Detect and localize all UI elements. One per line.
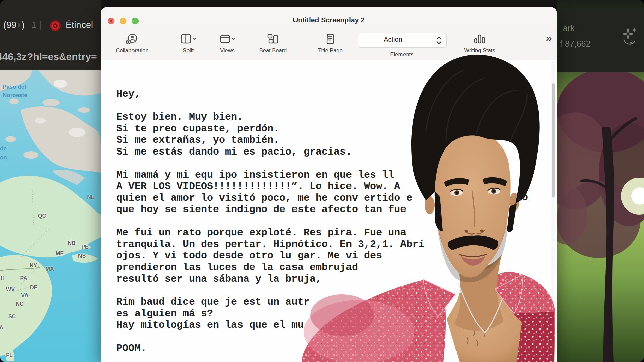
person-photo (302, 47, 557, 362)
photo-title-fragment: ark (563, 23, 575, 33)
photo-info-panel: ark f 87,662 (557, 9, 644, 72)
map-region-label: H (1, 275, 5, 281)
writing-stats-icon (472, 33, 487, 46)
map-label-fragment-on: on (0, 154, 7, 161)
separator: | (39, 19, 41, 30)
google-map[interactable]: Paso del Noroeste de on NLQCNBPEMENSNYMA… (0, 70, 101, 362)
map-region-label: NL (87, 194, 94, 200)
map-region-label: PE (81, 244, 88, 250)
screenplay-text-fragment: to (516, 192, 528, 203)
map-region-label: ME (56, 251, 64, 257)
toolbar-collaboration-button[interactable]: Collaboration (113, 33, 151, 54)
map-label-fragment-de: de (0, 145, 7, 152)
photo-count-fragment: f 87,662 (560, 39, 590, 49)
stepper-chevrons-icon[interactable] (436, 35, 442, 45)
url-fragment[interactable]: 446,3z?hl=es&entry= (0, 51, 101, 62)
map-region-label: DE (30, 285, 37, 291)
toolbar-split-button[interactable]: Split (177, 33, 200, 54)
beat-board-icon (266, 33, 280, 46)
map-region-label: MA (46, 266, 54, 272)
title-page-icon (323, 33, 338, 46)
effects-sparkle-icon[interactable] (619, 26, 639, 50)
video-frame: (99+) 1 | Étincel 446,3z?hl=es&entry= (0, 0, 644, 362)
window-title: Untitled Screenplay 2 (101, 16, 557, 24)
notification-count-badge[interactable]: (99+) (3, 20, 25, 31)
map-region-label: NY (30, 263, 37, 269)
tab-count: 1 (32, 20, 36, 30)
split-icon (180, 33, 196, 46)
map-region-label: NS (78, 253, 86, 259)
elements-selected-value: Action (358, 36, 428, 43)
map-region-label: VA (21, 293, 28, 299)
elements-dropdown[interactable]: Action (358, 33, 447, 48)
browser-chrome: (99+) 1 | Étincel 446,3z?hl=es&entry= (0, 0, 101, 70)
map-region-label: QC (38, 213, 46, 219)
map-water-label: Paso del Noroeste (3, 83, 28, 99)
views-icon (219, 33, 235, 46)
tab-title[interactable]: Étincel (66, 20, 93, 31)
toolbar-label: Collaboration (113, 47, 151, 54)
toolbar-label: Beat Board (257, 47, 289, 54)
background-photo: ark f 87,662 (557, 0, 644, 362)
window-titlebar[interactable]: Untitled Screenplay 2 (101, 7, 557, 28)
toolbar-label: Split (177, 47, 200, 54)
toolbar-beat-board-button[interactable]: Beat Board (257, 33, 289, 54)
collaboration-icon (125, 33, 140, 46)
toolbar-label: Views (216, 47, 239, 54)
map-region-label: WV (6, 287, 15, 293)
map-region-label: SC (8, 314, 16, 320)
map-region-label: PA (20, 275, 27, 281)
background-browser: (99+) 1 | Étincel 446,3z?hl=es&entry= (0, 0, 101, 362)
map-region-label: A (0, 325, 3, 331)
etincel-favicon (49, 20, 61, 32)
map-region-label: NC (16, 301, 23, 307)
map-region-label: FL (6, 352, 13, 358)
toolbar-overflow-button[interactable]: » (546, 32, 552, 43)
browser-tab-row: (99+) 1 | Étincel (0, 17, 101, 34)
map-region-label: NB (68, 240, 75, 246)
toolbar-views-button[interactable]: Views (216, 33, 239, 54)
